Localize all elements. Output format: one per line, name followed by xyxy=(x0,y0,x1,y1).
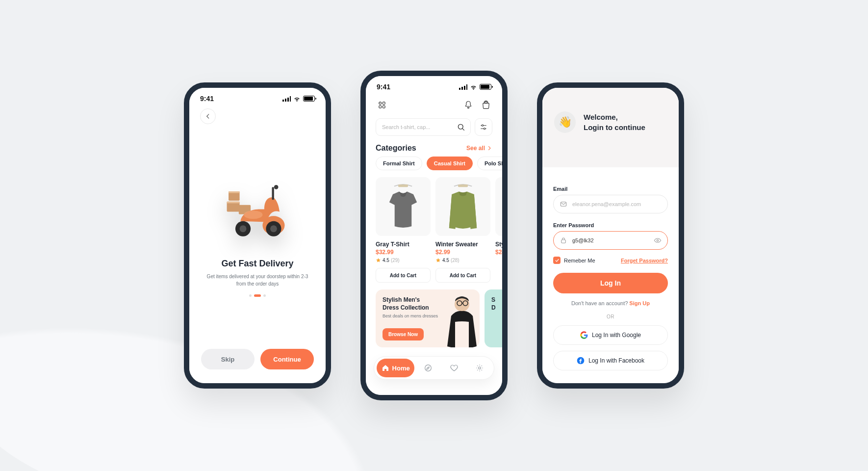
svg-point-9 xyxy=(240,225,247,232)
back-button[interactable] xyxy=(200,108,216,124)
cart-button[interactable] xyxy=(481,100,491,110)
product-rating: 4.5 (29) xyxy=(376,258,431,263)
google-login-label: Log In with Google xyxy=(592,332,641,339)
chip-casual-shirt[interactable]: Casual Shirt xyxy=(427,157,473,170)
product-card[interactable]: Gray T-Shirt $32.99 4.5 (29) Add to Cart xyxy=(376,177,431,283)
wave-emoji-icon: 👋 xyxy=(554,111,576,133)
product-card[interactable]: Winter Sweater $2.99 4.5 (28) Add to Car… xyxy=(435,177,490,283)
remember-me[interactable]: Remeber Me xyxy=(553,257,595,264)
battery-icon xyxy=(303,96,315,102)
product-name: Winter Sweater xyxy=(435,241,490,248)
facebook-login-button[interactable]: Log In with Facebook xyxy=(553,351,668,370)
login-header: 👋 Welcome, Login to continue xyxy=(542,88,679,167)
svg-point-7 xyxy=(274,185,279,189)
eye-icon[interactable] xyxy=(654,236,662,244)
onboarding-subtitle: Get items delivered at your doorstep wit… xyxy=(206,273,309,288)
product-image xyxy=(376,177,431,236)
svg-point-11 xyxy=(270,225,277,232)
lock-icon xyxy=(560,236,567,244)
signup-link[interactable]: Sign Up xyxy=(629,300,650,306)
chip-polo-shirt[interactable]: Polo Shirt xyxy=(477,157,502,170)
scooter-illustration xyxy=(223,176,292,245)
facebook-login-label: Log In with Facebook xyxy=(588,357,644,364)
promo-card[interactable]: S D xyxy=(485,289,502,347)
chip-formal-shirt[interactable]: Formal Shirt xyxy=(376,157,422,170)
tab-home-label: Home xyxy=(392,365,410,372)
svg-rect-21 xyxy=(458,184,468,187)
svg-rect-6 xyxy=(272,187,274,200)
email-field[interactable] xyxy=(553,195,668,213)
promo-model-illustration xyxy=(438,293,480,347)
browse-now-button[interactable]: Browse Now xyxy=(383,328,424,340)
email-input[interactable] xyxy=(571,201,662,208)
tab-favorites[interactable] xyxy=(442,359,465,377)
page-dots xyxy=(249,294,266,297)
svg-rect-20 xyxy=(398,184,408,187)
star-icon xyxy=(435,258,441,263)
login-button[interactable]: Log In xyxy=(553,273,668,293)
product-name: Gray T-Shirt xyxy=(376,241,431,248)
categories-title: Categories xyxy=(376,144,416,153)
search-input[interactable] xyxy=(381,124,453,131)
skip-button[interactable]: Skip xyxy=(201,349,255,369)
svg-rect-28 xyxy=(562,240,566,243)
svg-point-17 xyxy=(458,124,463,129)
login-heading: Welcome, Login to continue xyxy=(584,112,645,132)
product-image xyxy=(495,177,502,236)
svg-rect-16 xyxy=(383,105,385,108)
tab-explore[interactable] xyxy=(416,359,440,377)
remember-checkbox[interactable] xyxy=(553,257,561,264)
product-rating: 4.5 (28) xyxy=(435,258,490,263)
continue-button[interactable]: Continue xyxy=(260,349,314,369)
mail-icon xyxy=(560,200,567,208)
search-box[interactable] xyxy=(376,118,471,136)
product-card[interactable]: Styli $24. xyxy=(495,177,502,283)
svg-point-29 xyxy=(657,239,658,241)
signup-prompt: Don't have an account? Sign Up xyxy=(553,300,668,306)
add-to-cart-button[interactable]: Add to Cart xyxy=(435,268,490,283)
menu-grid-button[interactable] xyxy=(377,100,387,110)
svg-rect-15 xyxy=(379,105,382,108)
tab-settings[interactable] xyxy=(468,359,491,377)
password-field[interactable] xyxy=(553,231,668,250)
bag-icon xyxy=(481,100,491,110)
chevron-right-icon xyxy=(486,145,492,151)
svg-rect-27 xyxy=(561,202,566,207)
notifications-button[interactable] xyxy=(463,100,474,110)
remember-label: Remeber Me xyxy=(564,258,595,263)
filter-button[interactable] xyxy=(475,118,492,136)
add-to-cart-button[interactable]: Add to Cart xyxy=(376,268,431,283)
password-label: Enter Password xyxy=(553,222,668,228)
password-input[interactable] xyxy=(571,237,650,244)
forgot-password-link[interactable]: Forget Password? xyxy=(621,258,668,263)
signal-icon xyxy=(459,84,467,90)
bell-icon xyxy=(463,100,473,110)
home-icon xyxy=(382,364,389,372)
svg-rect-14 xyxy=(383,102,385,105)
wifi-icon xyxy=(470,84,477,90)
onboarding-title: Get Fast Delivery xyxy=(221,259,293,269)
phone-login: 👋 Welcome, Login to continue Email Enter… xyxy=(537,82,684,389)
status-bar: 9:41 xyxy=(366,76,502,95)
google-login-button[interactable]: Log In with Google xyxy=(553,325,668,345)
promo-card[interactable]: Stylish Men's Dress Collection Best deal… xyxy=(376,289,480,347)
wifi-icon xyxy=(293,96,301,102)
email-label: Email xyxy=(553,186,668,192)
arrow-left-icon xyxy=(204,113,211,120)
phone-onboarding: 9:41 xyxy=(184,82,331,389)
product-price: $24. xyxy=(495,249,502,256)
svg-point-18 xyxy=(482,125,483,126)
sliders-icon xyxy=(480,123,487,131)
category-chips: Formal Shirt Casual Shirt Polo Shirt Sle xyxy=(366,157,502,170)
star-icon xyxy=(376,258,381,263)
facebook-icon xyxy=(577,357,585,365)
see-all-link[interactable]: See all xyxy=(466,145,492,152)
search-icon xyxy=(457,123,465,131)
svg-point-19 xyxy=(484,128,485,130)
grid-icon xyxy=(378,101,386,109)
product-image xyxy=(435,177,490,236)
heart-icon xyxy=(450,364,459,372)
phone-home: 9:41 xyxy=(360,71,508,400)
tab-home[interactable]: Home xyxy=(377,359,414,377)
tab-bar: Home xyxy=(374,356,494,380)
